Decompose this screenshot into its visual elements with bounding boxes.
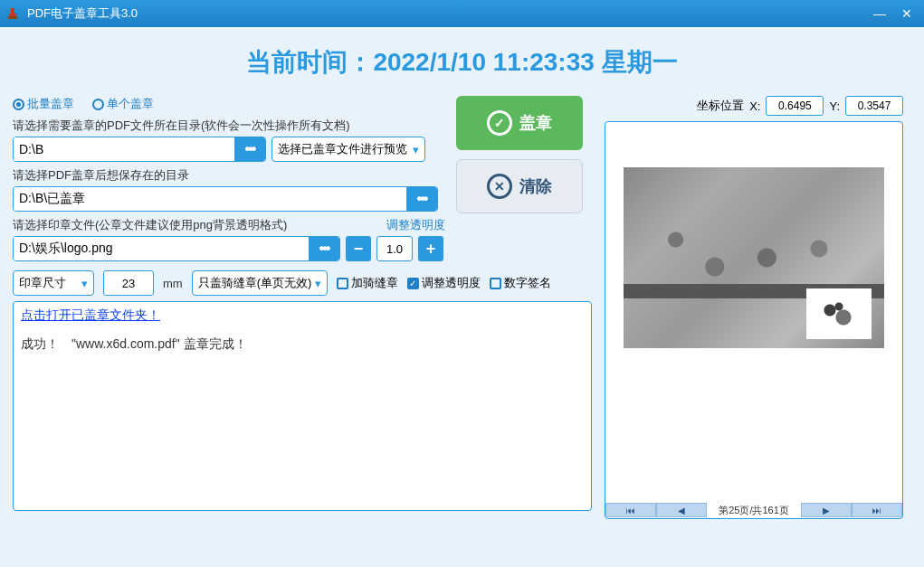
- stamp-file-label: 请选择印章文件(公章文件建议使用png背景透明格式) 调整透明度: [13, 217, 445, 233]
- chevron-down-icon: ▾: [81, 277, 88, 290]
- svg-rect-0: [11, 8, 14, 14]
- size-unit: mm: [163, 277, 183, 290]
- coord-y-input[interactable]: [845, 96, 903, 116]
- page-indicator: 第25页/共161页: [707, 504, 801, 517]
- content-area: 当前时间：2022/1/10 11:23:33 星期一 批量盖章 单个盖章: [0, 27, 924, 567]
- radio-icon: [13, 99, 24, 110]
- clear-button-label: 清除: [519, 175, 552, 197]
- chevron-down-icon: ▾: [413, 143, 419, 156]
- src-browse-button[interactable]: •••: [234, 137, 265, 161]
- minimize-button[interactable]: —: [866, 5, 893, 23]
- svg-rect-2: [8, 16, 17, 19]
- right-panel: 坐标位置 X: Y: ⏮ ◀ 第25页/共161页 ▶ ⏭: [605, 96, 903, 519]
- nav-next-button[interactable]: ▶: [801, 503, 852, 517]
- opacity-minus-button[interactable]: −: [346, 236, 371, 261]
- log-line: 成功！ "www.x6d.com.pdf" 盖章完成！: [21, 336, 584, 353]
- log-box: 点击打开已盖章文件夹！ 成功！ "www.x6d.com.pdf" 盖章完成！: [13, 301, 592, 511]
- adjust-opacity-link[interactable]: 调整透明度: [386, 217, 445, 233]
- time-header: 当前时间：2022/1/10 11:23:33 星期一: [13, 36, 911, 96]
- stamp-file-input[interactable]: [14, 237, 309, 260]
- coord-x-input[interactable]: [766, 96, 824, 116]
- preview-box[interactable]: ⏮ ◀ 第25页/共161页 ▶ ⏭: [605, 121, 903, 519]
- size-value-input[interactable]: [103, 270, 154, 296]
- dst-dir-input[interactable]: [14, 187, 406, 211]
- radio-single[interactable]: 单个盖章: [92, 96, 154, 112]
- check-signature[interactable]: 数字签名: [490, 275, 551, 291]
- x-circle-icon: ✕: [487, 174, 512, 199]
- radio-batch[interactable]: 批量盖章: [13, 96, 74, 112]
- riding-dropdown-label: 只盖骑缝章(单页无效): [198, 275, 312, 291]
- page-nav: ⏮ ◀ 第25页/共161页 ▶ ⏭: [605, 502, 902, 518]
- action-buttons: ✓ 盖章 ✕ 清除: [456, 96, 592, 261]
- checkbox-icon: [337, 278, 348, 289]
- check-riding[interactable]: 加骑缝章: [337, 275, 398, 291]
- app-icon: [4, 5, 22, 23]
- check-opacity-label: 调整透明度: [422, 275, 481, 291]
- coord-y-label: Y:: [829, 99, 840, 113]
- open-folder-link[interactable]: 点击打开已盖章文件夹！: [21, 307, 160, 322]
- preview-image: [624, 167, 884, 348]
- stamp-button-label: 盖章: [519, 112, 552, 134]
- titlebar: PDF电子盖章工具3.0 — ✕: [0, 0, 924, 27]
- check-opacity[interactable]: 调整透明度: [407, 275, 481, 291]
- radio-batch-label: 批量盖章: [27, 96, 74, 112]
- stamp-browse-button[interactable]: •••: [309, 237, 339, 260]
- stamp-overlay: [806, 288, 872, 339]
- dst-dir-input-group: •••: [13, 186, 438, 212]
- checkbox-icon: [407, 278, 419, 289]
- chevron-down-icon: ▾: [315, 277, 321, 290]
- window-title: PDF电子盖章工具3.0: [27, 5, 866, 22]
- stamp-button[interactable]: ✓ 盖章: [456, 96, 583, 150]
- left-panel: 批量盖章 单个盖章 请选择需要盖章的PDF文件所在目录(软件会一次性操作所有文档…: [13, 96, 592, 519]
- mode-radio-group: 批量盖章 单个盖章: [13, 96, 445, 112]
- check-riding-label: 加骑缝章: [351, 275, 398, 291]
- nav-first-button[interactable]: ⏮: [605, 503, 656, 517]
- radio-single-label: 单个盖章: [107, 96, 154, 112]
- checkbox-icon: [490, 278, 501, 289]
- src-dir-label: 请选择需要盖章的PDF文件所在目录(软件会一次性操作所有文档): [13, 118, 445, 134]
- close-button[interactable]: ✕: [893, 5, 920, 23]
- stamp-file-input-group: •••: [13, 236, 340, 261]
- src-dir-input-group: •••: [13, 137, 266, 162]
- options-row: 印章尺寸 ▾ mm 只盖骑缝章(单页无效) ▾ 加骑缝章 调整透明度: [13, 270, 592, 296]
- preview-dropdown[interactable]: 选择已盖章文件进行预览 ▾: [271, 137, 425, 162]
- svg-rect-1: [9, 14, 16, 16]
- clear-button[interactable]: ✕ 清除: [456, 159, 583, 213]
- dst-dir-label: 请选择PDF盖章后想保存在的目录: [13, 167, 445, 184]
- check-circle-icon: ✓: [487, 110, 512, 136]
- check-signature-label: 数字签名: [504, 275, 551, 291]
- nav-prev-button[interactable]: ◀: [656, 503, 707, 517]
- opacity-plus-button[interactable]: +: [418, 236, 443, 261]
- size-dropdown-label: 印章尺寸: [19, 275, 66, 291]
- preview-dropdown-label: 选择已盖章文件进行预览: [278, 141, 407, 157]
- radio-icon: [92, 99, 104, 110]
- dst-browse-button[interactable]: •••: [406, 187, 437, 211]
- stamp-file-label-text: 请选择印章文件(公章文件建议使用png背景透明格式): [13, 217, 287, 233]
- size-dropdown[interactable]: 印章尺寸 ▾: [13, 270, 94, 296]
- opacity-value: 1.0: [376, 236, 413, 261]
- coord-row: 坐标位置 X: Y:: [605, 96, 903, 116]
- src-dir-input[interactable]: [14, 137, 234, 161]
- riding-dropdown[interactable]: 只盖骑缝章(单页无效) ▾: [192, 270, 328, 296]
- nav-last-button[interactable]: ⏭: [852, 503, 902, 517]
- coord-x-label: X:: [749, 99, 760, 113]
- coord-label: 坐标位置: [697, 98, 744, 114]
